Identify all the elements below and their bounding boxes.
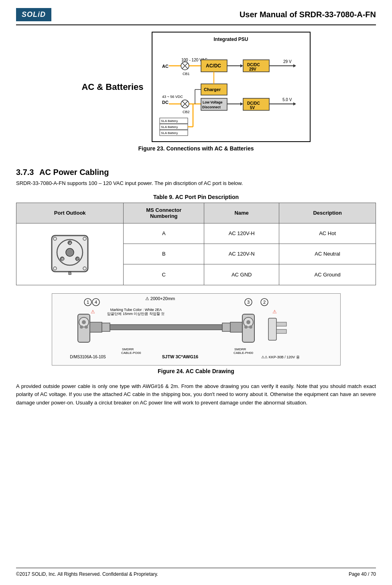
- svg-text:4: 4: [95, 300, 97, 305]
- svg-text:5V: 5V: [250, 106, 255, 110]
- cable-drawing-section: 1 4 ⚠ 2000+20mm 3 2: [16, 293, 376, 378]
- col-header-desc: Description: [279, 203, 376, 223]
- svg-text:⚠: ⚠: [272, 309, 277, 315]
- col-header-name: Name: [204, 203, 279, 223]
- page-title: User Manual of SRDR-33-7080-A-FN: [240, 10, 376, 19]
- svg-text:압끝단에 15mm 이상만큼 작업할 것: 압끝단에 15mm 이상만큼 작업할 것: [107, 312, 165, 316]
- psu-diagram: AC DC 100 - 120 VAC CB1: [159, 44, 303, 136]
- figure23-caption: Figure 23. Connections with AC & Batteri…: [138, 145, 254, 152]
- svg-text:DC/DC: DC/DC: [247, 63, 260, 67]
- svg-text:SLA Battery: SLA Battery: [161, 125, 178, 129]
- pin-a: A: [124, 223, 204, 244]
- svg-text:A: A: [69, 241, 71, 245]
- svg-text:SMDRR: SMDRR: [234, 347, 246, 351]
- svg-text:Charger: Charger: [204, 87, 221, 92]
- svg-text:2: 2: [263, 300, 266, 305]
- svg-text:AC/DC: AC/DC: [206, 63, 221, 69]
- svg-text:CABLE-PH00: CABLE-PH00: [234, 351, 253, 355]
- name-ac-gnd: AC GND: [204, 264, 279, 285]
- svg-rect-80: [102, 323, 110, 331]
- svg-text:SLA Battery: SLA Battery: [161, 131, 178, 135]
- svg-text:SMDRR: SMDRR: [122, 347, 134, 351]
- section-number: 3.7.3: [16, 168, 34, 177]
- svg-text:DC/DC: DC/DC: [247, 101, 260, 106]
- svg-marker-17: [293, 64, 296, 67]
- desc-ac-ground: AC Ground: [279, 264, 376, 285]
- connector-svg: A B C B: [44, 228, 96, 280]
- svg-rect-81: [110, 325, 222, 330]
- desc-ac-neutral: AC Neutral: [279, 244, 376, 264]
- svg-marker-12: [240, 64, 243, 67]
- svg-text:43 ~ 56 VDC: 43 ~ 56 VDC: [162, 95, 183, 99]
- table-caption: Table 9. AC Port Pin Description: [16, 194, 376, 200]
- svg-text:⚠⚠ KKP-30B / 120V 용: ⚠⚠ KKP-30B / 120V 용: [261, 355, 300, 359]
- svg-rect-83: [230, 322, 242, 332]
- pin-c: C: [124, 264, 204, 285]
- page-header: SOLiD User Manual of SRDR-33-7080-A-FN: [16, 8, 376, 25]
- svg-point-52: [66, 248, 74, 256]
- svg-text:3: 3: [247, 300, 250, 305]
- svg-point-87: [244, 325, 248, 329]
- desc-ac-hot: AC Hot: [279, 223, 376, 244]
- svg-text:CABLE-PO00: CABLE-PO00: [121, 351, 141, 355]
- body-text: A provided outside power cable is only o…: [16, 382, 376, 407]
- svg-text:5.0 V: 5.0 V: [282, 98, 292, 102]
- section-description: SRDR-33-7080-A-FN supports 100 – 120 VAC…: [16, 179, 376, 187]
- svg-point-88: [249, 325, 252, 329]
- integrated-psu-label: Integrated PSU: [159, 37, 303, 42]
- svg-text:D/MS3106A-16-10S: D/MS3106A-16-10S: [70, 355, 106, 359]
- footer-copyright: ©2017 SOLiD, Inc. All Rights Reserved. C…: [16, 571, 158, 577]
- svg-rect-82: [222, 323, 230, 331]
- diagram-section: AC & Batteries Integrated PSU AC DC 100 …: [16, 32, 376, 160]
- port-pin-table: Port Outlook MS ConnectorNumbering Name …: [16, 203, 376, 285]
- svg-text:⚠: ⚠: [91, 309, 95, 315]
- cable-drawing-svg: 1 4 ⚠ 2000+20mm 3 2: [56, 294, 337, 364]
- col-header-outlook: Port Outlook: [16, 203, 124, 223]
- svg-rect-79: [90, 322, 102, 332]
- svg-point-76: [82, 320, 86, 324]
- ac-batteries-label: AC & Batteries: [81, 82, 143, 92]
- company-logo: SOLiD: [16, 8, 51, 21]
- section-title: AC Power Cabling: [39, 168, 109, 177]
- svg-text:Low Voltage: Low Voltage: [203, 100, 223, 104]
- svg-point-78: [85, 325, 88, 329]
- svg-text:SJTW 3C*AWG16: SJTW 3C*AWG16: [162, 354, 198, 359]
- svg-text:SLA Battery: SLA Battery: [161, 119, 178, 123]
- svg-point-86: [246, 320, 250, 324]
- svg-rect-90: [276, 322, 286, 326]
- svg-rect-89: [268, 318, 276, 340]
- page-footer: ©2017 SOLiD, Inc. All Rights Reserved. C…: [16, 568, 376, 577]
- svg-text:Marking Tube Color : White 2EA: Marking Tube Color : White 2EA: [110, 308, 162, 312]
- svg-text:1: 1: [87, 300, 89, 305]
- connector-image-cell: A B C B: [16, 223, 124, 285]
- name-ac120vh: AC 120V-H: [204, 223, 279, 244]
- svg-point-77: [80, 325, 83, 329]
- svg-text:C: C: [77, 257, 79, 261]
- footer-page: Page 40 / 70: [349, 571, 376, 577]
- svg-text:B: B: [61, 257, 64, 261]
- svg-text:⚠ 2000+20mm: ⚠ 2000+20mm: [145, 296, 175, 301]
- svg-text:CB1: CB1: [183, 72, 190, 76]
- svg-marker-38: [293, 102, 296, 106]
- svg-text:29 V: 29 V: [283, 59, 292, 64]
- svg-rect-91: [276, 329, 286, 333]
- table-row: A B C B: [16, 223, 376, 244]
- svg-text:CB2: CB2: [183, 110, 190, 114]
- pin-b: B: [124, 244, 204, 264]
- svg-text:DC: DC: [162, 100, 169, 105]
- name-ac120vn: AC 120V-N: [204, 244, 279, 264]
- svg-text:Disconnect: Disconnect: [202, 105, 221, 109]
- figure24-caption: Figure 24. AC Cable Drawing: [158, 368, 234, 374]
- svg-text:B: B: [68, 270, 72, 276]
- svg-text:AC: AC: [162, 64, 169, 69]
- col-header-ms: MS ConnectorNumbering: [124, 203, 204, 223]
- svg-marker-33: [240, 102, 243, 106]
- cable-drawing-box: 1 4 ⚠ 2000+20mm 3 2: [52, 293, 341, 366]
- svg-text:29V: 29V: [249, 67, 256, 71]
